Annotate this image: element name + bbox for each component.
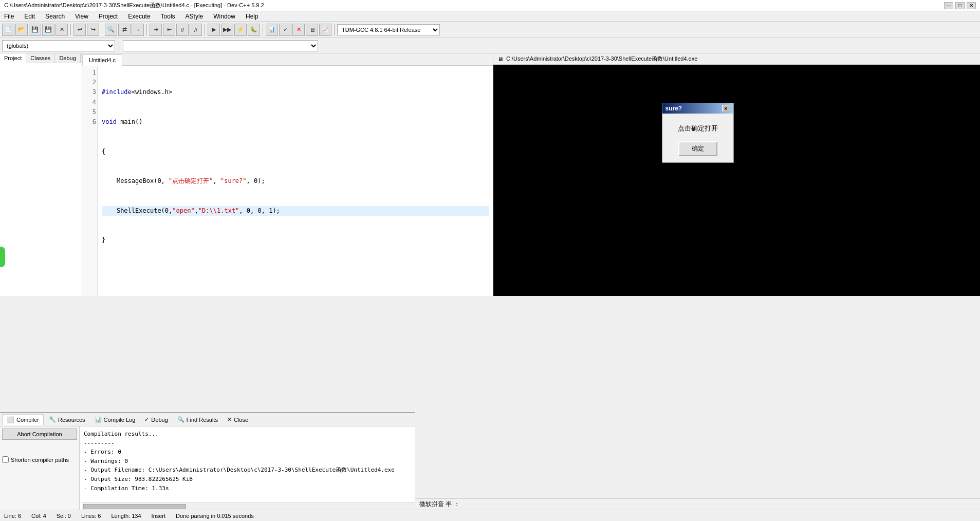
save-all-button[interactable]: 💾	[42, 24, 54, 36]
toolbar-separator-4	[205, 24, 205, 35]
uncomment-button[interactable]: //	[190, 24, 202, 36]
editor-tab-untitled4[interactable]: Untitled4.c	[82, 54, 122, 66]
indent-button[interactable]: ⇥	[150, 24, 162, 36]
bottom-panel: ⬜ Compiler 🔧 Resources 📊 Compile Log ✓ D…	[0, 412, 415, 510]
menu-project[interactable]: Project	[97, 12, 120, 21]
shorten-paths-checkbox[interactable]	[2, 456, 9, 463]
menu-search[interactable]: Search	[43, 12, 67, 21]
cpu-button[interactable]: 🖥	[306, 24, 318, 36]
dialog-title: sure?	[665, 105, 682, 112]
compile-output: Compilation results... --------- - Error…	[80, 426, 415, 510]
comment-button[interactable]: //	[176, 24, 189, 36]
h-scrollbar[interactable]	[82, 503, 415, 510]
tab-classes[interactable]: Classes	[26, 53, 55, 63]
title-text: C:\Users\Administrator\Desktop\c\2017-3-…	[4, 2, 264, 9]
status-length: Length: 134	[111, 513, 141, 519]
shorten-paths-checkbox-container: Shorten compiler paths	[2, 456, 77, 463]
stop-button[interactable]: ✕	[292, 24, 305, 36]
open-button[interactable]: 📂	[15, 24, 28, 36]
menu-window[interactable]: Window	[211, 12, 237, 21]
shorten-paths-label: Shorten compiler paths	[11, 457, 69, 463]
goto-button[interactable]: →	[132, 24, 144, 36]
bottom-panel-tabs: ⬜ Compiler 🔧 Resources 📊 Compile Log ✓ D…	[0, 413, 415, 426]
save-button[interactable]: 💾	[29, 24, 41, 36]
status-mode: Insert	[152, 513, 166, 519]
compile-line-5: - Output Size: 983.822265625 KiB	[84, 475, 411, 484]
abort-compilation-button[interactable]: Abort Compilation	[2, 429, 77, 440]
compile-line-2: - Errors: 0	[84, 448, 411, 457]
compile-run-button[interactable]: ⚡	[234, 24, 247, 36]
menu-execute[interactable]: Execute	[126, 12, 152, 21]
bottom-sidebar: Abort Compilation Shorten compiler paths	[0, 426, 80, 510]
compile-log-icon: 📊	[95, 416, 102, 423]
compile-button[interactable]: ▶	[208, 24, 220, 36]
compile-line-1: ---------	[84, 439, 411, 448]
line-numbers: 1 2 3 4 5 6	[82, 66, 98, 296]
menu-view[interactable]: View	[73, 12, 90, 21]
tab-resources[interactable]: 🔧 Resources	[45, 415, 89, 424]
menu-edit[interactable]: Edit	[22, 12, 37, 21]
menu-file[interactable]: File	[2, 12, 16, 21]
new-button[interactable]: 📄	[2, 24, 14, 36]
menu-help[interactable]: Help	[244, 12, 261, 21]
dialog-body: 点击确定打开 确定	[662, 114, 733, 162]
run-button[interactable]: ▶▶	[221, 24, 233, 36]
status-sel: Sel: 0	[57, 513, 71, 519]
toolbar-separator-6	[334, 24, 335, 35]
close-button[interactable]: ✕	[56, 24, 68, 36]
green-circle-indicator	[0, 247, 5, 267]
toolbar-separator-5	[263, 24, 263, 35]
undo-button[interactable]: ↩	[73, 24, 86, 36]
toolbar-separator-3	[146, 24, 147, 35]
globals-dropdown[interactable]: (globals)	[2, 40, 115, 51]
tab-compile-log[interactable]: 📊 Compile Log	[90, 415, 140, 424]
bottom-content: Abort Compilation Shorten compiler paths…	[0, 426, 415, 510]
toolbar2-separator	[119, 40, 119, 51]
close-tab-icon: ✕	[227, 416, 232, 423]
compile-line-4: - Output Filename: C:\Users\Administrato…	[84, 466, 411, 475]
compiler-icon: ⬜	[7, 416, 14, 423]
h-scrollbar-thumb[interactable]	[83, 504, 186, 509]
toolbar-separator-2	[102, 24, 102, 35]
debug-icon: ✓	[144, 416, 149, 423]
compile-line-6: - Compilation Time: 1.33s	[84, 484, 411, 493]
left-panel: Project Classes Debug	[0, 53, 82, 296]
function-dropdown[interactable]	[123, 40, 318, 51]
message-box-dialog: sure? × 点击确定打开 确定	[662, 103, 734, 163]
compile-line-3: - Warnings: 0	[84, 457, 411, 466]
panel-tabs: Project Classes Debug	[0, 53, 82, 63]
unindent-button[interactable]: ⇤	[163, 24, 175, 36]
debug-button[interactable]: 🐛	[248, 24, 260, 36]
tab-debug[interactable]: ✓ Debug	[140, 415, 172, 424]
dialog-close-button[interactable]: ×	[722, 105, 730, 112]
tab-project[interactable]: Project	[0, 53, 26, 63]
redo-button[interactable]: ↪	[87, 24, 99, 36]
dialog-overlay: sure? × 点击确定打开 确定	[415, 0, 980, 521]
dialog-ok-button[interactable]: 确定	[678, 141, 717, 156]
find-button[interactable]: 🔍	[105, 24, 117, 36]
menu-tools[interactable]: Tools	[159, 12, 177, 21]
syntax-check-button[interactable]: ✓	[279, 24, 291, 36]
extra-button[interactable]: 📈	[319, 24, 331, 36]
tab-find-results[interactable]: 🔍 Find Results	[173, 415, 222, 424]
replace-button[interactable]: ⇄	[118, 24, 131, 36]
panel-content	[0, 63, 82, 296]
find-results-icon: 🔍	[177, 416, 184, 423]
compile-line-0: Compilation results...	[84, 430, 411, 439]
menu-astyle[interactable]: AStyle	[183, 12, 206, 21]
status-col: Col: 4	[31, 513, 46, 519]
tab-close[interactable]: ✕ Close	[223, 415, 252, 424]
resources-icon: 🔧	[49, 416, 56, 423]
tab-compiler[interactable]: ⬜ Compiler	[2, 414, 44, 425]
dialog-titlebar: sure? ×	[662, 103, 733, 114]
profile-button[interactable]: 📊	[266, 24, 278, 36]
toolbar-separator-1	[70, 24, 71, 35]
dialog-message: 点击确定打开	[669, 124, 727, 133]
status-message: Done parsing in 0.015 seconds	[176, 513, 254, 519]
status-lines: Lines: 6	[81, 513, 101, 519]
tab-debug[interactable]: Debug	[55, 53, 80, 63]
status-line: Line: 6	[4, 513, 21, 519]
